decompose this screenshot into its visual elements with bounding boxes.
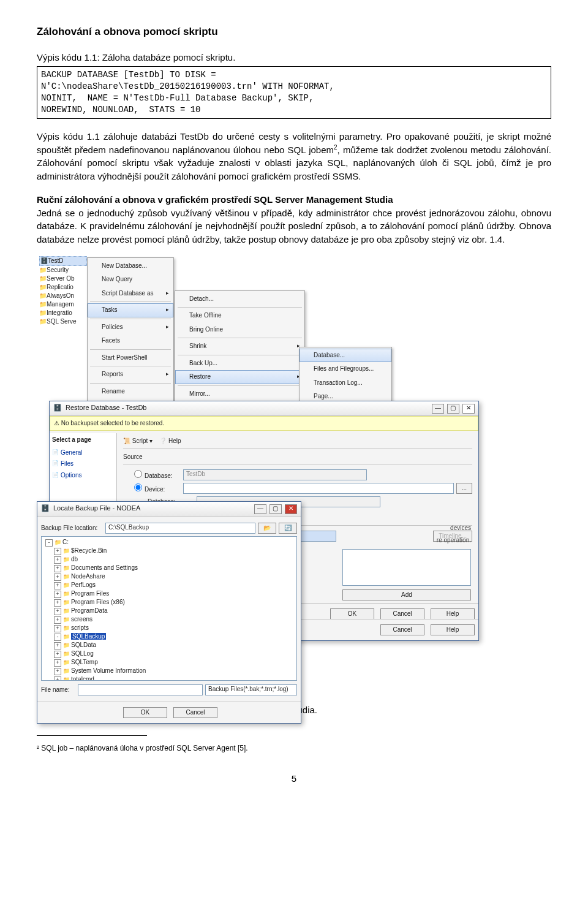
folder-node[interactable]: +Program Files (x86) — [43, 598, 295, 607]
menu-item[interactable]: Rename — [88, 385, 173, 399]
figure-screenshot: 🗄️TestD📁Security📁Server Ob📁Replicatio📁Al… — [37, 256, 490, 697]
source-device-browse-button[interactable]: ... — [456, 483, 472, 494]
folder-node[interactable]: +scripts — [43, 624, 295, 632]
menu-item[interactable]: Shrink — [175, 339, 304, 354]
section-heading: Zálohování a obnova pomocí skriptu — [37, 25, 551, 40]
minimize-button[interactable]: — — [432, 404, 444, 414]
tree-item[interactable]: 📁AlwaysOn — [39, 292, 87, 300]
object-explorer-tree: 🗄️TestD📁Security📁Server Ob📁Replicatio📁Al… — [39, 256, 87, 326]
tree-item[interactable]: 📁Managem — [39, 300, 87, 309]
source-device-radio-label: Device: — [145, 486, 165, 493]
tree-item[interactable]: 📁Security — [39, 266, 87, 275]
code-block: BACKUP DATABASE [TestDb] TO DISK = N'C:\… — [37, 66, 551, 119]
menu-item[interactable]: Back Up... — [175, 357, 304, 371]
folder-node[interactable]: +SQLData — [43, 641, 295, 649]
warning-text: No backupset selected to be restored. — [61, 420, 164, 426]
folder-node[interactable]: -C: — [43, 538, 295, 547]
browse-folder-button[interactable]: 📂 — [258, 523, 276, 534]
locate-minimize-button[interactable]: — — [254, 504, 266, 514]
code-caption: Výpis kódu 1.1: Záloha databáze pomocí s… — [37, 51, 551, 64]
tree-item[interactable]: 📁SQL Serve — [39, 317, 87, 326]
menu-item[interactable]: Bring Online — [175, 323, 304, 337]
folder-node[interactable]: +SQLLog — [43, 649, 295, 658]
menu-item[interactable]: Restore — [175, 370, 304, 384]
close-button[interactable]: ✕ — [462, 404, 475, 414]
para2-text: Jedná se o jednoduchý způsob využívaný v… — [37, 208, 551, 245]
page-nav-item[interactable]: General — [52, 447, 114, 459]
backup-devices-list[interactable] — [342, 549, 471, 586]
ok-button-upper[interactable]: OK — [330, 608, 374, 619]
menu-item[interactable]: Reports — [88, 368, 173, 382]
refresh-folder-button[interactable]: 🔄 — [279, 523, 297, 534]
folder-node[interactable]: +ProgramData — [43, 607, 295, 615]
menu-item[interactable]: Files and Filegroups... — [300, 362, 391, 376]
devices-label: devices — [342, 524, 471, 533]
subheading-inline: Ruční zálohování a obnova v grafickém pr… — [37, 194, 393, 205]
locate-ok-button[interactable]: OK — [123, 707, 167, 718]
warning-strip: ⚠ No backupset selected to be restored. — [50, 416, 478, 431]
page-number: 5 — [37, 772, 551, 786]
source-device-radio[interactable] — [134, 483, 142, 491]
folder-node[interactable]: +System Volume Information — [43, 667, 295, 675]
menu-item[interactable]: Tasks — [88, 303, 173, 317]
select-page-header: Select a page — [52, 436, 114, 445]
paragraph-2: Ruční zálohování a obnova v grafickém pr… — [37, 193, 551, 246]
tree-item[interactable]: 📁Integratio — [39, 309, 87, 317]
folder-node[interactable]: +SQLTemp — [43, 658, 295, 667]
folder-node[interactable]: +NodeAshare — [43, 572, 295, 581]
backup-location-field[interactable]: C:\SQLBackup — [105, 523, 255, 534]
file-filter-field[interactable]: Backup Files(*.bak;*.trn;*.log) — [205, 684, 297, 695]
menu-item[interactable]: Policies — [88, 320, 173, 335]
help-button-upper[interactable]: Help — [431, 608, 475, 619]
folder-tree[interactable]: -C:+$Recycle.Bin+db+Documents and Settin… — [41, 536, 297, 681]
folder-node[interactable]: +Program Files — [43, 589, 295, 598]
locate-close-button[interactable]: ✕ — [285, 504, 297, 514]
folder-node[interactable]: +$Recycle.Bin — [43, 547, 295, 555]
add-button[interactable]: Add — [342, 589, 471, 600]
filename-label: File name: — [41, 686, 78, 695]
folder-node[interactable]: +Documents and Settings — [43, 564, 295, 572]
folder-node[interactable]: +screens — [43, 615, 295, 624]
maximize-button[interactable]: ▢ — [447, 404, 459, 414]
page-nav-item[interactable]: Files — [52, 458, 114, 470]
menu-item[interactable]: Facets — [88, 334, 173, 348]
footnote-separator — [37, 735, 147, 736]
script-dropdown[interactable]: 📜 Script ▾ — [123, 437, 153, 444]
menu-item[interactable]: Detach... — [175, 292, 304, 306]
cancel-button-lower[interactable]: Cancel — [380, 624, 424, 635]
operation-label: re operation. — [342, 536, 471, 545]
source-group-title: Source — [123, 453, 472, 462]
folder-node[interactable]: +totalcmd — [43, 675, 295, 681]
menu-item[interactable]: Take Offline — [175, 309, 304, 323]
source-device-field[interactable] — [183, 483, 454, 494]
help-button[interactable]: ❔ Help — [159, 437, 181, 444]
context-submenu-restore[interactable]: Database...Files and Filegroups...Transa… — [299, 347, 392, 406]
folder-node[interactable]: -SQLBackup — [43, 632, 295, 641]
source-database-radio-label: Database: — [145, 472, 173, 479]
filename-field[interactable] — [78, 684, 203, 695]
folder-node[interactable]: +PerfLogs — [43, 581, 295, 589]
locate-cancel-button[interactable]: Cancel — [173, 707, 217, 718]
locate-title-text: Locate Backup File - NODEA — [53, 504, 140, 513]
menu-item[interactable]: Script Database as — [88, 287, 173, 301]
menu-item[interactable]: Database... — [300, 349, 391, 363]
locate-button-row: OK Cancel — [37, 702, 301, 723]
folder-node[interactable]: +db — [43, 555, 295, 564]
menu-item[interactable]: Start PowerShell — [88, 351, 173, 365]
locate-titlebar: 🗄️ Locate Backup File - NODEA — ▢ ✕ — [37, 502, 301, 517]
tree-item[interactable]: 🗄️TestD — [39, 256, 87, 266]
cancel-button-upper[interactable]: Cancel — [380, 608, 424, 619]
source-database-field: TestDb — [183, 469, 367, 480]
source-database-radio[interactable] — [134, 470, 142, 478]
page-nav-item[interactable]: Options — [52, 470, 114, 482]
file-icon: 🗄️ — [41, 504, 50, 513]
locate-maximize-button[interactable]: ▢ — [270, 504, 282, 514]
menu-item[interactable]: Transaction Log... — [300, 376, 391, 390]
tree-item[interactable]: 📁Server Ob — [39, 275, 87, 283]
help-button-lower[interactable]: Help — [431, 624, 475, 635]
menu-item[interactable]: New Query — [88, 273, 173, 287]
tree-item[interactable]: 📁Replicatio — [39, 283, 87, 292]
menu-item[interactable]: New Database... — [88, 259, 173, 273]
menu-item[interactable]: Mirror... — [175, 387, 304, 401]
restore-title-text: Restore Database - TestDb — [66, 403, 146, 413]
